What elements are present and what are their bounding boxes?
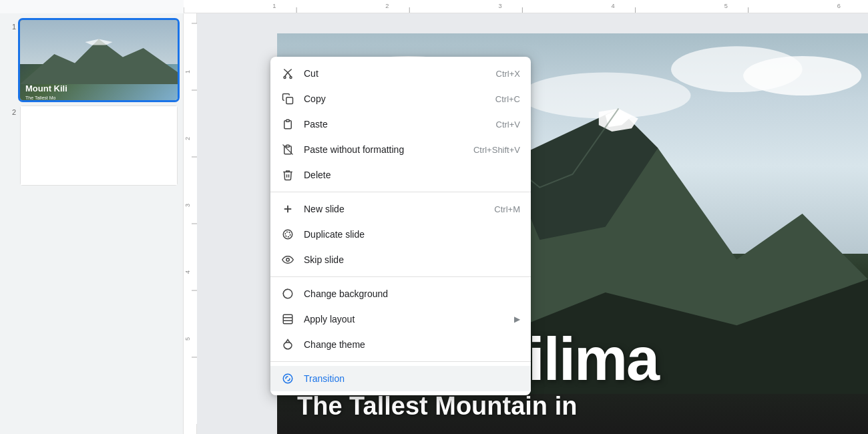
- apply-layout-label: Apply layout: [304, 314, 505, 324]
- vertical-ruler: 1 2 3 4 5: [184, 13, 197, 434]
- menu-item-skip-slide[interactable]: Skip slide: [270, 247, 531, 272]
- svg-text:1: 1: [184, 70, 191, 73]
- menu-item-duplicate-slide[interactable]: Duplicate slide: [270, 222, 531, 247]
- svg-marker-13: [20, 39, 178, 85]
- menu-item-delete[interactable]: Delete: [270, 162, 531, 188]
- new-slide-label: New slide: [304, 204, 485, 214]
- paste-label: Paste: [304, 119, 487, 130]
- menu-divider-3: [270, 361, 531, 362]
- delete-label: Delete: [304, 170, 520, 180]
- svg-text:4: 4: [184, 270, 191, 274]
- slide-thumbnail-1[interactable]: Mount Kili The Tallest Mo: [20, 20, 178, 100]
- svg-point-48: [285, 232, 290, 237]
- transition-label: Transition: [304, 373, 520, 384]
- slide-item-2: 2: [5, 105, 178, 186]
- canvas-area: 1 2 3 4 5: [184, 13, 868, 434]
- cut-icon: [281, 67, 294, 80]
- menu-item-transition[interactable]: Transition: [270, 366, 531, 391]
- paste-no-format-shortcut: Ctrl+Shift+V: [473, 145, 520, 155]
- menu-item-copy[interactable]: Copy Ctrl+C: [270, 86, 531, 112]
- layout-icon: [281, 312, 294, 326]
- svg-point-49: [286, 258, 290, 262]
- skip-slide-label: Skip slide: [304, 254, 520, 265]
- paste-icon: [281, 118, 294, 131]
- transition-icon: [281, 372, 294, 385]
- new-slide-shortcut: Ctrl+M: [494, 204, 520, 214]
- svg-rect-41: [286, 97, 293, 104]
- top-ruler: 1 2 3 4 5 6: [184, 0, 868, 13]
- main-layout: 1 Mount Kili The Tallest Mo 2: [0, 13, 868, 434]
- svg-rect-42: [286, 120, 290, 122]
- svg-text:5: 5: [184, 337, 191, 341]
- svg-marker-14: [85, 39, 112, 45]
- menu-item-cut[interactable]: Cut Ctrl+X: [270, 61, 531, 86]
- slide-number-2: 2: [5, 105, 16, 116]
- svg-point-54: [283, 374, 292, 383]
- add-icon: [281, 202, 294, 216]
- menu-item-change-background[interactable]: Change background: [270, 281, 531, 306]
- slide-item-1: 1 Mount Kili The Tallest Mo: [5, 20, 178, 100]
- copy-shortcut: Ctrl+C: [495, 94, 520, 104]
- menu-divider-1: [270, 192, 531, 192]
- svg-text:6: 6: [837, 3, 841, 9]
- cut-label: Cut: [304, 68, 487, 79]
- paste-no-format-label: Paste without formatting: [304, 144, 464, 155]
- menu-divider-2: [270, 276, 531, 277]
- paste-special-icon: [281, 143, 294, 156]
- paste-shortcut: Ctrl+V: [496, 120, 520, 130]
- delete-icon: [281, 168, 294, 182]
- menu-item-change-theme[interactable]: Change theme: [270, 332, 531, 357]
- svg-line-39: [285, 73, 288, 77]
- context-menu: Cut Ctrl+X Copy Ctrl+C: [270, 57, 531, 395]
- svg-line-40: [288, 73, 291, 77]
- copy-icon: [281, 92, 294, 105]
- svg-point-47: [283, 230, 292, 239]
- svg-point-38: [290, 77, 292, 79]
- slide-number-1: 1: [5, 20, 16, 31]
- svg-point-37: [284, 77, 286, 79]
- thumb-title-1: Mount Kili: [25, 84, 67, 93]
- svg-text:1: 1: [272, 3, 276, 9]
- thumb-subtitle-1: The Tallest Mo: [25, 95, 55, 100]
- theme-icon: [281, 338, 294, 351]
- copy-label: Copy: [304, 93, 486, 104]
- eye-icon: [281, 253, 294, 266]
- svg-rect-43: [286, 145, 290, 147]
- svg-text:2: 2: [184, 137, 191, 140]
- menu-item-new-slide[interactable]: New slide Ctrl+M: [270, 196, 531, 222]
- menu-item-apply-layout[interactable]: Apply layout ▶: [270, 306, 531, 332]
- slide-thumbnail-2[interactable]: [20, 105, 178, 186]
- duplicate-icon: [281, 228, 294, 241]
- svg-text:3: 3: [499, 3, 502, 9]
- change-background-label: Change background: [304, 288, 520, 299]
- duplicate-slide-label: Duplicate slide: [304, 229, 520, 240]
- svg-text:3: 3: [184, 204, 191, 207]
- svg-text:2: 2: [385, 3, 389, 9]
- svg-point-30: [743, 56, 861, 95]
- change-theme-label: Change theme: [304, 339, 520, 350]
- apply-layout-arrow: ▶: [514, 314, 520, 324]
- svg-text:4: 4: [612, 3, 615, 9]
- slides-panel: 1 Mount Kili The Tallest Mo 2: [0, 13, 184, 434]
- svg-text:5: 5: [724, 3, 728, 9]
- svg-rect-0: [184, 0, 868, 13]
- cut-shortcut: Ctrl+X: [496, 69, 520, 79]
- svg-rect-51: [283, 314, 292, 324]
- menu-item-paste-no-format[interactable]: Paste without formatting Ctrl+Shift+V: [270, 137, 531, 162]
- menu-item-paste[interactable]: Paste Ctrl+V: [270, 112, 531, 137]
- background-icon: [281, 287, 294, 300]
- slide-subtitle: The Tallest Mountain in: [297, 392, 861, 421]
